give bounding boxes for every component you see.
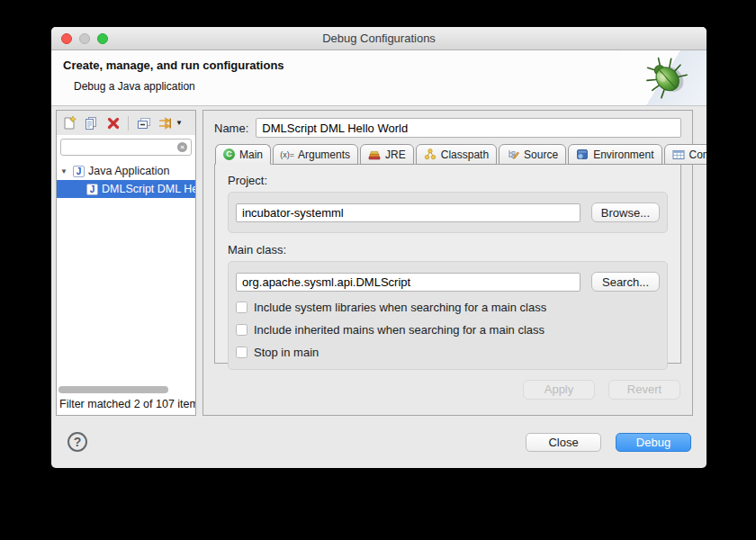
- arguments-icon: (x)=: [281, 148, 293, 160]
- tree-item-java-application[interactable]: ▼ J Java Application: [57, 162, 195, 180]
- bug-icon: [620, 50, 706, 105]
- checkbox-label: Include inherited mains when searching f…: [254, 323, 544, 337]
- duplicate-configuration-button[interactable]: [83, 114, 100, 131]
- tab-source[interactable]: Source: [499, 144, 566, 165]
- tab-label: Common: [689, 148, 707, 161]
- project-label: Project:: [228, 174, 668, 187]
- clear-search-icon[interactable]: ×: [177, 142, 187, 152]
- main-class-group: Search... Include system libraries when …: [228, 261, 668, 370]
- filter-dropdown-arrow-icon[interactable]: ▼: [176, 119, 183, 127]
- name-label: Name:: [214, 122, 248, 135]
- delete-configuration-icon: [106, 116, 121, 130]
- tab-label: Arguments: [298, 148, 350, 161]
- java-application-icon: J: [86, 184, 98, 195]
- apply-revert-row: Apply Revert: [214, 364, 681, 415]
- tab-common[interactable]: Common: [664, 144, 707, 165]
- tab-label: Environment: [593, 148, 653, 161]
- filter-configurations-button[interactable]: [157, 114, 174, 131]
- project-group: Browse...: [228, 192, 668, 233]
- configuration-filter-row: ×: [57, 135, 195, 159]
- debug-configurations-dialog: Debug Configurations Create, manage, and…: [51, 27, 706, 468]
- disclosure-triangle-icon[interactable]: ▼: [60, 167, 69, 176]
- tab-classpath[interactable]: Classpath: [416, 144, 497, 165]
- configurations-tree: ▼ J Java Application J DMLScript DML Hel…: [57, 159, 195, 384]
- dialog-footer: ? Close Debug: [51, 416, 706, 468]
- run-main-icon: C: [223, 148, 235, 160]
- duplicate-configuration-icon: [84, 115, 99, 130]
- tab-arguments[interactable]: (x)= Arguments: [273, 144, 358, 165]
- minimize-window-button: [79, 33, 90, 44]
- filter-status-text: Filter matched 2 of 107 item: [57, 396, 195, 415]
- tab-bar: C Main (x)= Arguments: [214, 144, 681, 165]
- checkbox-label: Include system libraries when searching …: [254, 301, 546, 314]
- classpath-icon: [424, 148, 436, 160]
- delete-configuration-button[interactable]: [104, 114, 122, 131]
- source-icon: [507, 148, 519, 160]
- tab-label: Classpath: [441, 148, 489, 161]
- tab-environment[interactable]: Environment: [568, 144, 662, 165]
- zoom-window-button[interactable]: [97, 33, 108, 44]
- checkbox-row-system-libraries: Include system libraries when searching …: [236, 301, 660, 314]
- question-mark-icon: ?: [74, 435, 82, 449]
- checkbox-row-inherited-mains: Include inherited mains when searching f…: [236, 323, 660, 337]
- checkbox-label: Stop in main: [254, 346, 319, 359]
- tree-item-label: Java Application: [88, 165, 169, 177]
- tab-label: Source: [524, 148, 558, 161]
- sidebar-toolbar: ▼: [57, 111, 195, 135]
- configuration-name-input[interactable]: [256, 118, 681, 138]
- toolbar-separator: [128, 116, 129, 130]
- debug-button[interactable]: Debug: [616, 433, 691, 452]
- main-class-input[interactable]: [236, 273, 580, 292]
- close-window-button[interactable]: [61, 33, 72, 44]
- apply-button[interactable]: Apply: [523, 380, 595, 400]
- close-button[interactable]: Close: [526, 433, 601, 452]
- search-button[interactable]: Search...: [591, 272, 660, 292]
- scrollbar-thumb[interactable]: [58, 386, 168, 393]
- collapse-all-icon: [136, 116, 151, 130]
- tab-label: Main: [239, 148, 263, 161]
- collapse-all-button[interactable]: [135, 114, 152, 131]
- main-class-label: Main class:: [228, 243, 668, 256]
- tree-item-dmlscript[interactable]: J DMLScript DML Hello World: [57, 180, 195, 198]
- configuration-detail-panel: Name: C Main (x)= Arguments: [202, 110, 693, 416]
- tree-item-label: DMLScript DML Hello World: [102, 183, 195, 195]
- project-input[interactable]: [236, 203, 580, 222]
- common-icon: [672, 148, 685, 160]
- environment-icon: [576, 148, 589, 160]
- stop-in-main-checkbox[interactable]: [236, 346, 248, 358]
- filter-configurations-icon: [158, 116, 173, 130]
- main-tab-content: Project: Browse... Main class: Search...: [214, 164, 681, 364]
- name-row: Name:: [214, 118, 681, 138]
- tab-jre[interactable]: JRE: [360, 144, 414, 165]
- browse-button[interactable]: Browse...: [591, 202, 660, 222]
- java-application-icon: J: [73, 166, 85, 177]
- header-subtitle: Debug a Java application: [74, 80, 195, 93]
- screen-background: Debug Configurations Create, manage, and…: [0, 0, 756, 540]
- include-system-libraries-checkbox[interactable]: [236, 302, 248, 313]
- dialog-header: Create, manage, and run configurations D…: [51, 50, 706, 106]
- tab-label: JRE: [385, 148, 406, 161]
- new-configuration-icon: [62, 115, 77, 130]
- header-artwork: [620, 50, 706, 105]
- traffic-lights: [61, 33, 108, 44]
- dialog-body: ▼ × ▼ J Java Application J DMLScript DML…: [51, 106, 706, 416]
- tree-horizontal-scrollbar[interactable]: [57, 384, 195, 396]
- window-title: Debug Configurations: [322, 32, 436, 45]
- include-inherited-mains-checkbox[interactable]: [236, 324, 248, 336]
- configurations-sidebar: ▼ × ▼ J Java Application J DMLScript DML…: [56, 110, 196, 416]
- checkbox-row-stop-in-main: Stop in main: [236, 346, 660, 359]
- header-title: Create, manage, and run configurations: [63, 58, 284, 72]
- help-button[interactable]: ?: [68, 432, 87, 452]
- jre-icon: [368, 148, 381, 160]
- revert-button[interactable]: Revert: [608, 380, 680, 400]
- new-configuration-button[interactable]: [61, 114, 78, 131]
- tab-main[interactable]: C Main: [215, 144, 271, 165]
- filter-search-input[interactable]: [60, 139, 192, 156]
- title-bar[interactable]: Debug Configurations: [51, 27, 706, 50]
